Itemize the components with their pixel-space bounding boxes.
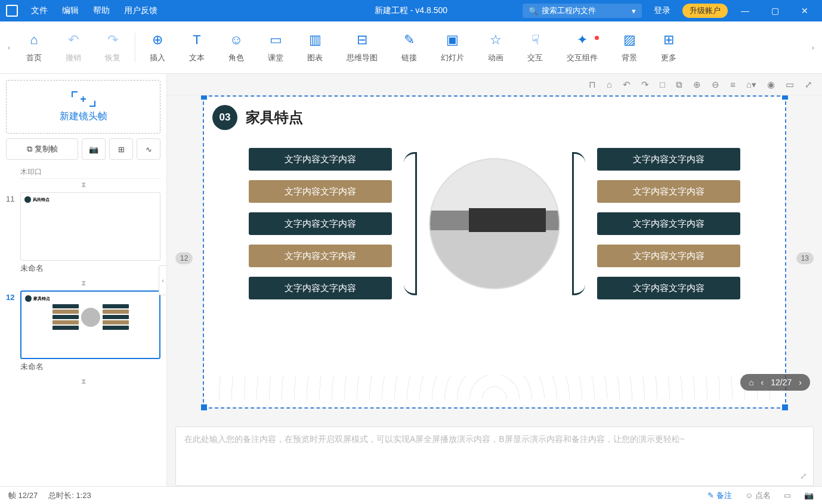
- content-pill[interactable]: 文字内容文字内容: [597, 245, 740, 267]
- toolbar-交互组件[interactable]: ✦交互组件: [555, 32, 610, 63]
- present-icon[interactable]: ▭: [784, 491, 791, 500]
- canvas-tool-icon[interactable]: ⌂: [607, 79, 612, 89]
- new-frame-button[interactable]: + 新建镜头帧: [6, 80, 160, 134]
- toolbar-label: 更多: [661, 52, 676, 63]
- login-button[interactable]: 登录: [647, 5, 678, 16]
- content-pill[interactable]: 文字内容文字内容: [597, 277, 740, 299]
- toolbar-链接[interactable]: ✎链接: [390, 32, 429, 63]
- canvas-area: ⊓⌂↶↷□⧉⊕⊖≡⌂▾◉▭⤢ 12 13 03 家具特点 文字内容文字内容: [167, 74, 822, 486]
- minimize-button[interactable]: —: [733, 6, 758, 16]
- toolbar-label: 课堂: [268, 52, 283, 63]
- toolbar-课堂[interactable]: ▭课堂: [256, 32, 295, 63]
- menu-help[interactable]: 帮助: [86, 5, 117, 16]
- chevron-down-icon[interactable]: ▾: [632, 7, 636, 16]
- toolbar-scroll-right[interactable]: ›: [808, 43, 818, 52]
- bracket-icon: [572, 152, 585, 295]
- toolbar-撤销[interactable]: ↶撤销: [54, 32, 93, 63]
- canvas-tool-icon[interactable]: ◉: [767, 79, 775, 90]
- toolbar-label: 背景: [622, 52, 637, 63]
- next-icon[interactable]: ›: [799, 378, 802, 387]
- canvas-tool-icon[interactable]: ↶: [623, 79, 631, 90]
- toolbar-动画[interactable]: ☆动画: [476, 32, 515, 63]
- canvas-tool-icon[interactable]: ⊕: [693, 79, 701, 90]
- expand-notes-icon[interactable]: ⤢: [800, 471, 807, 481]
- toolbar-更多[interactable]: ⊞更多: [649, 32, 688, 63]
- slide-panel: + 新建镜头帧 ⧉ 复制帧 📷 ⊞ ∿ 木叩口 ⧗ 11 风尚特点 未命名 ⧗: [0, 74, 167, 486]
- menu-edit[interactable]: 编辑: [55, 5, 86, 16]
- path-button[interactable]: ∿: [137, 138, 160, 160]
- camera-icon[interactable]: 📷: [804, 491, 814, 500]
- slide-thumbnail[interactable]: 家具特点: [20, 290, 160, 359]
- canvas-tool-icon[interactable]: ⊓: [589, 79, 596, 90]
- maximize-button[interactable]: ▢: [762, 6, 787, 16]
- toolbar-思维导图[interactable]: ⊟思维导图: [335, 32, 390, 63]
- canvas-tool-icon[interactable]: ≡: [730, 79, 736, 89]
- roll-call-button[interactable]: ☺ 点名: [745, 490, 771, 501]
- search-input[interactable]: 🔍 搜索工程内文件 ▾: [523, 4, 642, 18]
- qr-button[interactable]: ⊞: [109, 138, 133, 160]
- toolbar-交互[interactable]: ☟交互: [515, 32, 555, 63]
- toolbar-文本[interactable]: T文本: [177, 32, 217, 63]
- slide-thumbnail[interactable]: 风尚特点: [20, 192, 160, 261]
- toolbar-label: 插入: [150, 52, 165, 63]
- camera-button[interactable]: 📷: [82, 138, 106, 160]
- toolbar-首页[interactable]: ⌂首页: [14, 32, 54, 63]
- canvas-tool-icon[interactable]: ⊖: [712, 79, 719, 90]
- slide-item-12[interactable]: 12 家具特点 未命名: [6, 290, 160, 372]
- copy-frame-button[interactable]: ⧉ 复制帧: [6, 138, 78, 160]
- menu-file[interactable]: 文件: [24, 5, 55, 16]
- content-pill[interactable]: 文字内容文字内容: [597, 148, 740, 171]
- center-image[interactable]: [429, 158, 560, 289]
- slide-canvas[interactable]: 03 家具特点 文字内容文字内容 文字内容文字内容 文字内容文字内容 文字内容文…: [203, 95, 786, 409]
- canvas-tool-icon[interactable]: □: [660, 79, 665, 89]
- canvas-tool-icon[interactable]: ⌂▾: [746, 79, 756, 90]
- selection-handle[interactable]: [782, 404, 788, 410]
- prev-slide-bubble[interactable]: 12: [175, 252, 193, 264]
- menu-feedback[interactable]: 用户反馈: [117, 5, 165, 16]
- toolbar-角色[interactable]: ☺角色: [217, 32, 256, 63]
- home-icon[interactable]: ⌂: [749, 378, 753, 387]
- content-pill[interactable]: 文字内容文字内容: [597, 180, 740, 203]
- selection-handle[interactable]: [201, 404, 207, 410]
- toolbar-scroll-left[interactable]: ‹: [4, 43, 14, 52]
- close-button[interactable]: ✕: [792, 6, 817, 16]
- 动画-icon: ☆: [488, 32, 503, 48]
- upgrade-button[interactable]: 升级账户: [682, 4, 728, 18]
- toolbar-label: 动画: [488, 52, 503, 63]
- timer-icon: ⧗: [6, 279, 160, 287]
- toolbar-背景[interactable]: ▨背景: [610, 32, 649, 63]
- float-nav: ⌂ ‹ 12/27 ›: [740, 374, 810, 391]
- collapse-sidebar-button[interactable]: ‹: [159, 265, 167, 295]
- content-pill[interactable]: 文字内容文字内容: [249, 212, 392, 235]
- toolbar-插入[interactable]: ⊕插入: [138, 32, 177, 63]
- toolbar-恢复[interactable]: ↷恢复: [93, 32, 132, 63]
- 背景-icon: ▨: [622, 32, 637, 48]
- canvas-tool-icon[interactable]: ⤢: [805, 79, 812, 90]
- selection-handle[interactable]: [782, 95, 788, 100]
- content-pill[interactable]: 文字内容文字内容: [249, 148, 392, 171]
- selection-handle[interactable]: [201, 95, 207, 100]
- sidebar-actions: ⧉ 复制帧 📷 ⊞ ∿: [6, 138, 160, 160]
- next-slide-bubble[interactable]: 13: [796, 252, 814, 264]
- app-logo-icon: [6, 5, 18, 17]
- toolbar-图表[interactable]: ▥图表: [295, 32, 335, 63]
- 角色-icon: ☺: [228, 32, 244, 48]
- toolbar-label: 图表: [307, 52, 323, 63]
- slide-item-11[interactable]: 11 风尚特点 未命名: [6, 192, 160, 274]
- new-frame-label: 新建镜头帧: [60, 110, 107, 123]
- notes-toggle[interactable]: ✎ 备注: [707, 490, 732, 501]
- prev-icon[interactable]: ‹: [761, 378, 764, 387]
- 思维导图-icon: ⊟: [354, 32, 370, 48]
- content-pill[interactable]: 文字内容文字内容: [597, 212, 740, 235]
- content-pill[interactable]: 文字内容文字内容: [249, 180, 392, 203]
- notes-input[interactable]: 在此处输入您的备注内容，在预览时开启双屏模式，可以实现A屏全屏播放演示内容，B屏…: [175, 426, 814, 486]
- canvas-tool-icon[interactable]: ↷: [641, 79, 649, 90]
- content-pill[interactable]: 文字内容文字内容: [249, 245, 392, 267]
- content-pill[interactable]: 文字内容文字内容: [249, 277, 392, 299]
- canvas-tool-icon[interactable]: ▭: [786, 79, 794, 90]
- toolbar-幻灯片[interactable]: ▣幻灯片: [429, 32, 476, 63]
- slide-number: 12: [6, 290, 17, 372]
- canvas-viewport[interactable]: 12 13 03 家具特点 文字内容文字内容 文字内容文字内容: [167, 95, 822, 420]
- canvas-tool-icon[interactable]: ⧉: [676, 79, 682, 90]
- timer-icon: ⧗: [6, 377, 160, 385]
